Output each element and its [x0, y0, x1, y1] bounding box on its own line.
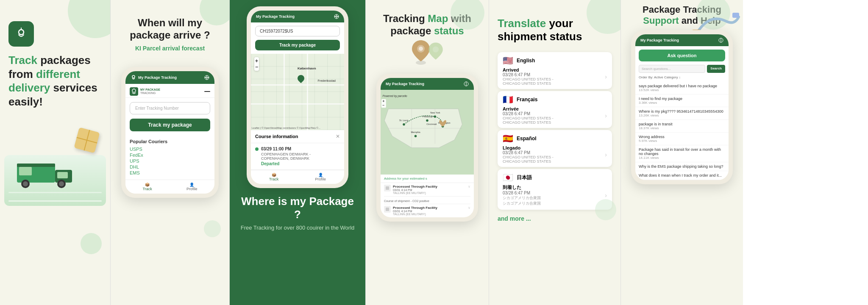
zoom-out-btn[interactable]: − — [255, 64, 258, 70]
tracking-number-display[interactable]: CH15972072$US — [255, 26, 340, 36]
courier-ems[interactable]: EMS — [130, 170, 210, 175]
menu-icon — [204, 91, 210, 92]
nav-track[interactable]: 📦 Track — [143, 183, 152, 191]
flag-es: 🇪🇸 — [503, 133, 513, 144]
qa-q-6: Package has said in transit for over a m… — [639, 147, 725, 156]
filter-label: Order By: Active Category ↓ — [639, 75, 681, 79]
qa-views-6: 14.11K views — [639, 156, 725, 160]
svg-point-8 — [59, 181, 64, 186]
co2-label: Course of shipment - CO2 positive — [384, 200, 470, 202]
svg-rect-14 — [130, 87, 138, 96]
ask-question-btn[interactable]: Ask question — [639, 50, 725, 61]
map-city-label: København — [298, 67, 316, 70]
nav-profile[interactable]: 👤 Profile — [186, 183, 198, 191]
nav-track-3[interactable]: 📦Track — [269, 173, 278, 181]
svg-text:New York: New York — [430, 111, 440, 114]
courier-usps[interactable]: USPS — [130, 147, 210, 152]
phone-title-2: My Package Tracking — [138, 75, 177, 80]
support-heading-green: Support — [643, 15, 679, 26]
arrival-subheading: KI Parcel arrival forecast — [135, 45, 205, 52]
app-name-sub: TRACKING — [140, 92, 160, 95]
truck-svg — [13, 155, 81, 189]
phone-bottom-nav-3: 📦Track 👤Profile — [251, 170, 344, 184]
svg-rect-4 — [57, 172, 68, 178]
panel-hero: Track packages from different delivery s… — [0, 0, 110, 305]
svg-text:+: + — [383, 100, 385, 103]
search-btn-support[interactable]: Search — [707, 65, 725, 73]
qa-item-7[interactable]: Why is the EMS package shipping taking s… — [635, 162, 729, 171]
map-zoom[interactable]: + − — [254, 57, 259, 71]
popular-couriers: Popular Couriers USPS FedEx UPS DHL EMS — [125, 136, 214, 180]
arrow-ja: › — [605, 192, 607, 199]
track-btn-p2[interactable]: Track my package — [130, 119, 210, 131]
address-label: Address for your estimated s — [381, 175, 474, 183]
date-fr: 03/28 6:47 PM — [503, 111, 554, 116]
expand-btn-1[interactable]: ∨ — [468, 185, 470, 189]
globe-icon-6 — [718, 38, 723, 43]
hero-track: Track — [8, 54, 37, 67]
globe-icon-3 — [334, 14, 339, 19]
courier-dhl[interactable]: DHL — [130, 164, 210, 169]
lang-card-es: 🇪🇸 Español Llegado 03/28 6:47 PM CHICAGO… — [498, 130, 612, 167]
track-map-package: package — [390, 25, 434, 36]
tracking-event-1: 03/29 11:00 PM COPENHAGEN DENMARK - COPE… — [251, 143, 344, 170]
loc-fr: CHICAGO UNITED STATES -CHICAGO UNITED ST… — [503, 116, 554, 125]
qa-item-3[interactable]: Where is my pkg???? 95346147148103455543… — [635, 107, 729, 120]
hero-delivery: delivery — [8, 81, 50, 94]
phone-frame-2: My Package Tracking — [121, 67, 219, 198]
lang-name-es: Español — [517, 136, 537, 141]
event-dot — [255, 147, 259, 151]
phone-frame-4: My Package Tracking — [376, 74, 478, 222]
qa-item-1[interactable]: says package delivered but I have no pac… — [635, 82, 729, 94]
arrow-fr: › — [605, 112, 607, 119]
track-btn-p3[interactable]: Track my package — [255, 40, 340, 50]
courier-fedex[interactable]: FedEx — [130, 152, 210, 158]
event-loc-2: TALLINN (EE MILITARY) — [393, 213, 437, 216]
qa-item-4[interactable]: package is in transit 18.37K views — [635, 120, 729, 133]
phone-frame-3: My Package Tracking CH15972072$US Track … — [247, 6, 348, 188]
globe-icon-2 — [204, 75, 209, 80]
phone-bottom-nav-2: 📦 Track 👤 Profile — [125, 180, 214, 194]
qa-item-2[interactable]: I need to find my package 3.36K views — [635, 94, 729, 107]
svg-point-21 — [433, 46, 439, 52]
expand-btn-2[interactable]: ∨ — [468, 206, 470, 210]
map-display-3: København Frederiksstad + − Leaflet | © … — [251, 54, 344, 130]
status-ja: 到着した — [503, 184, 541, 191]
qa-item-6[interactable]: Package has said in transit for over a m… — [635, 145, 729, 162]
date-en: 03/28 6:47 PM — [503, 72, 554, 77]
map-label-green: Map — [428, 13, 448, 24]
event-status: Departed — [261, 161, 340, 166]
phone-header-4: My Package Tracking — [381, 78, 474, 90]
svg-text:−: − — [383, 103, 385, 107]
phone-title-3: My Package Tracking — [256, 14, 295, 19]
panel-support: Package Tracking Support and Help My Pac… — [621, 0, 743, 305]
qa-q-3: Where is my pkg???? 95346147148103455543… — [639, 109, 725, 114]
flag-ja: 🇯🇵 — [503, 172, 513, 183]
qa-item-8[interactable]: What does it mean when I track my order … — [635, 171, 729, 180]
search-row: Search questions... Search — [639, 65, 725, 73]
phone-screen-6: My Package Tracking Ask question Search … — [635, 34, 729, 180]
event-status-2: Processed Through Facility — [393, 206, 437, 210]
map-city-label-2: Frederiksstad — [318, 79, 336, 82]
status-en: Arrived — [503, 67, 554, 72]
tracking-input-p2[interactable]: Enter Tracking Number — [130, 102, 210, 114]
more-label: and more ... — [498, 215, 531, 222]
qa-item-5[interactable]: Wrong address 5.97K views — [635, 133, 729, 145]
where-heading: Where is my Package ? — [236, 195, 359, 221]
nav-profile-3[interactable]: 👤Profile — [315, 173, 326, 181]
track-map-label1: Tracking — [383, 13, 428, 24]
zoom-in-btn[interactable]: + — [255, 58, 258, 64]
lang-name-en: English — [517, 58, 535, 64]
flag-en: 🇺🇸 — [503, 55, 513, 66]
app-icon — [8, 21, 34, 47]
svg-text:Cincinnati: Cincinnati — [426, 123, 437, 125]
filter-row: Order By: Active Category ↓ — [639, 75, 725, 79]
event-row-co2: Course of shipment - CO2 positive — [384, 198, 470, 204]
qa-q-8: What does it mean when I track my order … — [639, 173, 725, 177]
event-row-2: Processed Through Facility 03/31 4:14 PM… — [384, 206, 470, 216]
map-attribution: Leaflet | © OpenStreetMap contributors ©… — [252, 127, 320, 129]
courier-ups[interactable]: UPS — [130, 158, 210, 164]
close-icon-course[interactable]: ✕ — [336, 133, 340, 139]
hero-packages: packages — [40, 54, 91, 67]
search-input-support[interactable]: Search questions... — [639, 65, 705, 73]
